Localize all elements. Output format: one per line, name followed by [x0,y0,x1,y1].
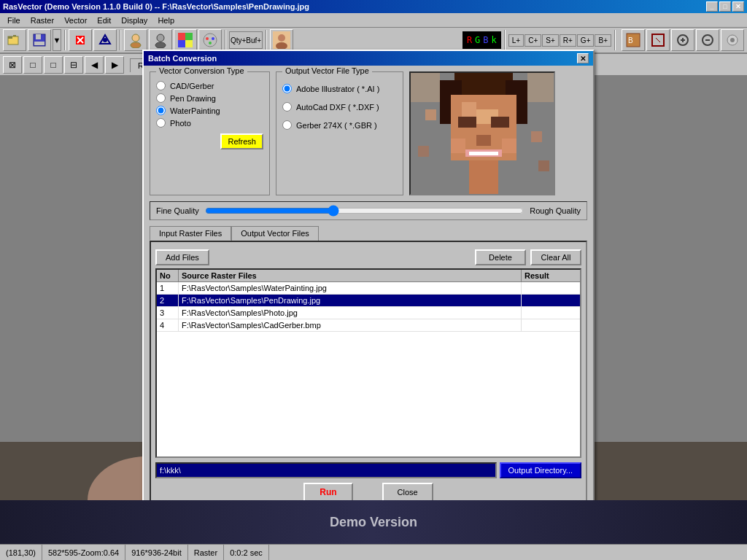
dialog-close-button[interactable]: ✕ [577,53,589,63]
svg-rect-52 [469,160,498,195]
cell-no-2: 2 [157,295,179,306]
status-coords: (181,30) [0,545,42,560]
svg-rect-54 [527,73,555,102]
svg-rect-55 [425,109,436,120]
cell-no-1: 1 [157,282,179,294]
svg-rect-48 [491,117,509,128]
cell-res-3 [522,307,580,319]
vector-conversion-options: CAD/Gerber Pen Drawing WaterPainting [156,81,263,128]
radio-pen-drawing-input[interactable] [156,93,166,103]
cell-src-1: F:\RasVector\Samples\WaterPainting.jpg [179,282,522,294]
preview-image [409,71,555,195]
output-dir-input[interactable] [155,462,497,478]
clear-all-button[interactable]: Clear All [530,249,581,265]
radio-photo[interactable]: Photo [156,118,263,128]
vector-conversion-label: Vector Conversion Type [156,66,247,75]
radio-cad-gerber-input[interactable] [156,81,166,90]
status-time: 0:0:2 sec [224,545,269,560]
radio-water-painting-input[interactable] [156,106,166,115]
cell-res-1 [522,282,580,294]
svg-rect-47 [458,117,476,128]
radio-gbr-input[interactable] [282,120,292,130]
output-directory-button[interactable]: Output Directory... [500,462,581,478]
btn-spacer [214,249,471,265]
fine-quality-label: Fine Quality [156,206,199,215]
refresh-btn-container: Refresh [156,133,263,149]
dialog-title-bar: Batch Conversion ✕ [144,51,593,66]
tab-input-raster[interactable]: Input Raster Files [150,226,231,241]
cell-src-4: F:\RasVector\Samples\CadGerber.bmp [179,319,522,331]
file-action-buttons: Add Files Delete Clear All [155,249,581,265]
svg-rect-60 [502,139,516,153]
radio-ai[interactable]: Adobe Illustrator ( *.AI ) [282,84,397,93]
file-list-area: No Source Raster Files Result 1 F:\RasVe… [155,268,581,458]
svg-rect-53 [411,73,440,102]
col-no-header: No [157,270,179,281]
cell-res-4 [522,319,580,331]
add-files-button[interactable]: Add Files [155,249,209,265]
batch-conversion-dialog: Batch Conversion ✕ Vector Conversion Typ… [142,50,595,515]
svg-rect-51 [469,152,498,155]
status-mode: Raster [188,545,224,560]
output-vector-group: Output Vector File Type Adobe Illustrato… [276,71,403,195]
quality-slider-row: Fine Quality Rough Quality [156,205,581,217]
table-row[interactable]: 3 F:\RasVector\Samples\Photo.jpg [157,307,580,319]
cell-src-2: F:\RasVector\Samples\PenDrawing.jpg [179,295,522,306]
dialog-close-btn2[interactable]: Close [382,483,433,502]
dialog-action-buttons: Run Close [155,483,581,502]
svg-rect-56 [531,131,542,142]
radio-gbr[interactable]: Gerber 274X ( *.GBR ) [282,120,397,130]
bottom-strip: Demo Version [0,500,747,544]
output-directory-row: Output Directory... [155,462,581,478]
vector-conversion-group: Vector Conversion Type CAD/Gerber Pen Dr… [150,71,270,195]
output-vector-label: Output Vector File Type [282,66,372,75]
col-source-header: Source Raster Files [179,270,522,281]
delete-button[interactable]: Delete [475,249,526,265]
cell-no-4: 4 [157,319,179,331]
file-list-header: No Source Raster Files Result [157,270,580,282]
rough-quality-label: Rough Quality [530,206,581,215]
status-color-info: 916*936-24bit [125,545,188,560]
table-row[interactable]: 4 F:\RasVector\Samples\CadGerber.bmp [157,319,580,332]
preview-svg [411,73,555,195]
cell-src-3: F:\RasVector\Samples\Photo.jpg [179,307,522,319]
dialog-top-section: Vector Conversion Type CAD/Gerber Pen Dr… [150,71,587,195]
dialog-overlay: Batch Conversion ✕ Vector Conversion Typ… [0,0,747,560]
radio-pen-drawing[interactable]: Pen Drawing [156,93,263,103]
svg-rect-58 [538,160,549,171]
refresh-button[interactable]: Refresh [220,133,263,149]
status-bar: (181,30) 582*595-Zoom:0.64 916*936-24bit… [0,544,747,560]
table-row[interactable]: 1 F:\RasVector\Samples\WaterPainting.jpg [157,282,580,295]
cell-no-3: 3 [157,307,179,319]
radio-dxf-input[interactable] [282,102,292,112]
radio-ai-input[interactable] [282,84,292,93]
status-dimensions: 582*595-Zoom:0.64 [42,545,125,560]
svg-rect-57 [418,146,429,157]
tab-output-vector[interactable]: Output Vector Files [231,226,319,241]
quality-slider[interactable] [205,205,525,217]
demo-version-text: Demo Version [330,515,417,530]
svg-rect-45 [462,102,476,117]
run-button[interactable]: Run [303,483,352,502]
radio-cad-gerber[interactable]: CAD/Gerber [156,81,263,90]
radio-photo-input[interactable] [156,118,166,128]
table-row[interactable]: 2 F:\RasVector\Samples\PenDrawing.jpg [157,295,580,307]
col-result-header: Result [522,270,580,281]
output-vector-options: Adobe Illustrator ( *.AI ) AutoCad DXF (… [282,84,397,130]
svg-rect-49 [476,135,491,146]
radio-water-painting[interactable]: WaterPainting [156,106,263,115]
dialog-title-text: Batch Conversion [148,54,217,63]
dialog-body: Vector Conversion Type CAD/Gerber Pen Dr… [144,66,593,513]
tab-content-area: Add Files Delete Clear All No Source Ras… [150,241,587,508]
quality-section: Fine Quality Rough Quality [150,201,587,220]
svg-rect-59 [451,139,465,153]
radio-dxf[interactable]: AutoCad DXF ( *.DXF ) [282,102,397,112]
cell-res-2 [522,295,580,306]
dialog-file-tabs: Input Raster Files Output Vector Files [150,226,587,241]
